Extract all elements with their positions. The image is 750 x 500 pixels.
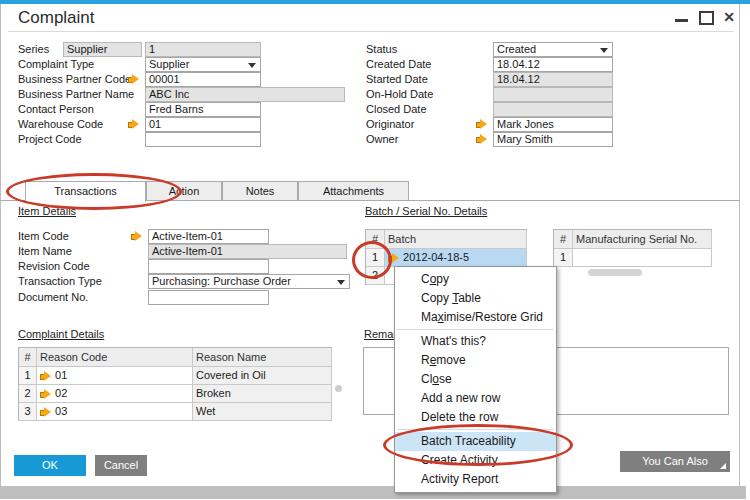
window-accent-strip: [0, 0, 750, 4]
revision-code-field[interactable]: [148, 259, 269, 274]
menu-item-copy[interactable]: Copy: [395, 270, 556, 289]
complaint-type-label: Complaint Type: [18, 57, 94, 72]
onhold-date-field: [493, 87, 613, 102]
you-can-also-button[interactable]: You Can Also: [620, 451, 730, 472]
menu-item-copy-table[interactable]: Copy Table: [395, 289, 556, 308]
serial-row-1-num[interactable]: 1: [554, 249, 573, 267]
bp-code-field[interactable]: 00001: [145, 72, 261, 87]
dropdown-corner-icon: [720, 463, 726, 469]
originator-label: Originator: [366, 117, 414, 132]
project-code-label: Project Code: [18, 132, 82, 147]
scroll-indicator-dot: [335, 385, 342, 392]
created-date-field[interactable]: 18.04.12: [493, 57, 613, 72]
tab-notes[interactable]: Notes: [222, 181, 298, 200]
reason-row-2-num[interactable]: 2: [19, 385, 37, 403]
reason-row-1-code-text: 01: [55, 369, 67, 381]
menu-item-add-a-new-row[interactable]: Add a new row: [395, 389, 556, 408]
batch-table-header: # Batch: [366, 230, 527, 249]
reason-row-1-code[interactable]: 01: [37, 367, 193, 385]
serial-row-1[interactable]: 1: [554, 249, 712, 267]
owner-link-arrow-icon[interactable]: [476, 134, 488, 145]
reason-row-3-code[interactable]: 03: [37, 403, 193, 421]
reason-2-link-arrow-icon[interactable]: [40, 389, 52, 400]
complaint-window: Complaint ✕ Series Supplier 1 Complaint …: [0, 0, 750, 500]
complaint-type-select[interactable]: Supplier: [145, 57, 261, 72]
transaction-type-label: Transaction Type: [18, 274, 102, 289]
menu-item-close[interactable]: Close: [395, 370, 556, 389]
complaint-details-heading: Complaint Details: [18, 328, 104, 340]
you-can-also-label: You Can Also: [642, 455, 708, 467]
bp-name-field: ABC Inc: [145, 87, 345, 102]
status-select[interactable]: Created: [493, 42, 613, 57]
series-label: Series: [18, 42, 49, 57]
originator-link-arrow-icon[interactable]: [476, 119, 488, 130]
document-no-field[interactable]: [148, 290, 269, 305]
window-title: Complaint: [18, 8, 95, 28]
reason-row-3-name[interactable]: Wet: [193, 403, 332, 421]
reason-col-num: #: [19, 348, 37, 367]
batch-col-batch: Batch: [385, 230, 527, 249]
onhold-date-label: On-Hold Date: [366, 87, 433, 102]
reason-row-2-code[interactable]: 02: [37, 385, 193, 403]
reason-col-name: Reason Name: [193, 348, 332, 367]
transaction-type-select[interactable]: Purchasing: Purchase Order: [148, 274, 350, 289]
reason-row-3-code-text: 03: [55, 405, 67, 417]
series-number-field: 1: [145, 42, 261, 57]
menu-item-whats-this[interactable]: What's this?: [395, 332, 556, 351]
series-name-field: Supplier: [63, 42, 142, 57]
warehouse-code-field[interactable]: 01: [145, 117, 261, 132]
reason-row-2[interactable]: 2 02 Broken: [19, 385, 332, 403]
ok-button[interactable]: OK: [14, 455, 86, 476]
serial-table-header: # Manufacturing Serial No.: [554, 230, 712, 249]
reason-row-2-name[interactable]: Broken: [193, 385, 332, 403]
menu-item-activity-report[interactable]: Activity Report: [395, 470, 556, 489]
item-name-field: Active-Item-01: [148, 244, 347, 259]
bp-code-link-arrow-icon[interactable]: [128, 74, 140, 85]
serial-row-1-value[interactable]: [573, 249, 712, 267]
menu-separator: [397, 329, 554, 330]
item-code-label: Item Code: [18, 229, 69, 244]
batch-row-1-text: 2012-04-18-5: [403, 251, 469, 263]
reason-table: # Reason Code Reason Name 1 01 Covered i…: [18, 347, 332, 421]
minimize-button[interactable]: [674, 10, 690, 24]
window-bottom-bar: [0, 486, 746, 499]
warehouse-code-label: Warehouse Code: [18, 117, 103, 132]
reason-row-1-num[interactable]: 1: [19, 367, 37, 385]
reason-row-1-name[interactable]: Covered in Oil: [193, 367, 332, 385]
annotation-ellipse-batch-row-num: [352, 241, 392, 279]
serial-col-num: #: [554, 230, 573, 249]
batch-row-1-value[interactable]: 2012-04-18-5: [385, 249, 527, 267]
originator-field[interactable]: Mark Jones: [493, 117, 613, 132]
batch-serial-heading: Batch / Serial No. Details: [365, 205, 487, 217]
started-date-field: 18.04.12: [493, 72, 613, 87]
annotation-ellipse-batch-traceability: [383, 424, 573, 466]
project-code-field[interactable]: [145, 132, 261, 147]
owner-field[interactable]: Mary Smith: [493, 132, 613, 147]
closed-date-label: Closed Date: [366, 102, 427, 117]
maximize-button[interactable]: [698, 10, 714, 24]
annotation-ellipse-transactions-tab: [6, 173, 182, 210]
reason-table-header: # Reason Code Reason Name: [19, 348, 332, 367]
close-button[interactable]: ✕: [721, 10, 737, 24]
cancel-button[interactable]: Cancel: [95, 455, 147, 476]
warehouse-link-arrow-icon[interactable]: [128, 119, 140, 130]
document-no-label: Document No.: [18, 290, 88, 305]
menu-item-maximise-restore-grid[interactable]: Maximise/Restore Grid: [395, 308, 556, 327]
reason-row-2-code-text: 02: [55, 387, 67, 399]
reason-row-3[interactable]: 3 03 Wet: [19, 403, 332, 421]
reason-row-1[interactable]: 1 01 Covered in Oil: [19, 367, 332, 385]
item-code-link-arrow-icon[interactable]: [131, 231, 143, 242]
reason-1-link-arrow-icon[interactable]: [40, 371, 52, 382]
item-code-field[interactable]: Active-Item-01: [148, 229, 269, 244]
horizontal-scrollbar-thumb[interactable]: [588, 269, 642, 276]
tab-attachments[interactable]: Attachments: [298, 181, 409, 200]
reason-row-3-num[interactable]: 3: [19, 403, 37, 421]
created-date-label: Created Date: [366, 57, 431, 72]
contact-person-field[interactable]: Fred Barns: [145, 102, 261, 117]
reason-col-code: Reason Code: [37, 348, 193, 367]
started-date-label: Started Date: [366, 72, 428, 87]
reason-3-link-arrow-icon[interactable]: [40, 407, 52, 418]
window-border-right: [739, 4, 740, 486]
title-separator: [8, 31, 734, 32]
menu-item-remove[interactable]: Remove: [395, 351, 556, 370]
